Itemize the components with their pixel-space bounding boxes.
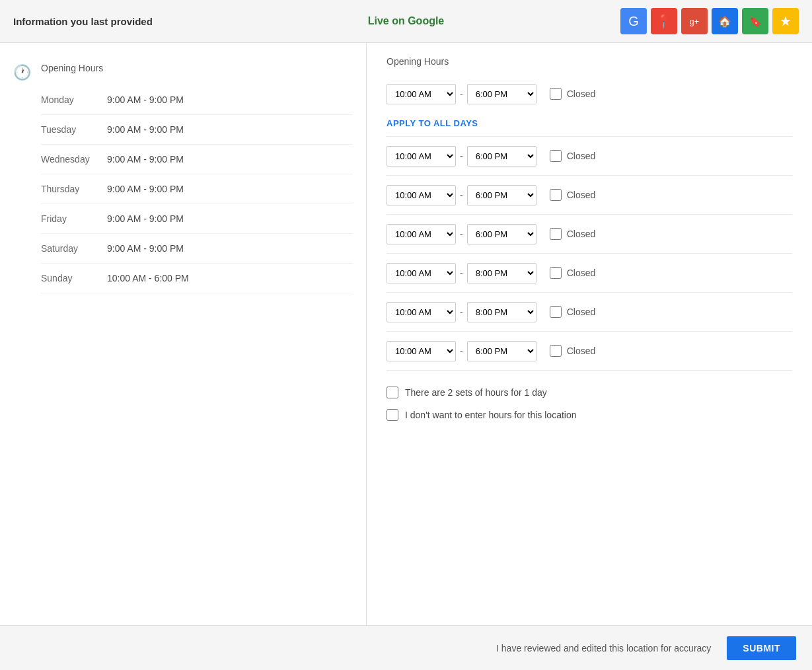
extra-checkbox-no-hours[interactable] bbox=[387, 409, 398, 421]
closed-checkbox-tuesday[interactable] bbox=[550, 150, 562, 162]
apply-to-all-button[interactable]: APPLY TO ALL DAYS bbox=[387, 116, 478, 131]
extra-label-two-sets: There are 2 sets of hours for 1 day bbox=[405, 387, 547, 398]
bookmark-icon[interactable]: 🔖 bbox=[742, 8, 768, 34]
closed-label: Closed bbox=[567, 89, 596, 99]
closed-checkbox-saturday[interactable] bbox=[550, 306, 562, 318]
right-day-row: 12:00 AM12:30 AM1:00 AM1:30 AM2:00 AM2:3… bbox=[387, 75, 792, 113]
header-left-label: Information you last provided bbox=[13, 16, 275, 27]
closed-label: Closed bbox=[567, 346, 596, 356]
right-day-section: 12:00 AM12:30 AM1:00 AM1:30 AM2:00 AM2:3… bbox=[387, 176, 792, 215]
right-panel: Opening Hours 12:00 AM12:30 AM1:00 AM1:3… bbox=[367, 43, 812, 625]
left-day-row: Wednesday 9:00 AM - 9:00 PM bbox=[41, 145, 353, 174]
close-time-friday[interactable]: 12:00 AM12:30 AM1:00 AM1:30 AM2:00 AM2:3… bbox=[467, 263, 536, 283]
close-time-tuesday[interactable]: 12:00 AM12:30 AM1:00 AM1:30 AM2:00 AM2:3… bbox=[467, 146, 536, 167]
open-time-saturday[interactable]: 12:00 AM12:30 AM1:00 AM1:30 AM2:00 AM2:3… bbox=[387, 302, 456, 322]
closed-label: Closed bbox=[567, 151, 596, 161]
time-dash: - bbox=[460, 190, 463, 200]
day-name: Thursday bbox=[41, 184, 107, 194]
time-dash: - bbox=[460, 268, 463, 278]
google-icon[interactable]: G bbox=[620, 8, 647, 34]
open-time-sunday[interactable]: 12:00 AM12:30 AM1:00 AM1:30 AM2:00 AM2:3… bbox=[387, 341, 456, 361]
right-day-section: 12:00 AM12:30 AM1:00 AM1:30 AM2:00 AM2:3… bbox=[387, 75, 792, 137]
right-rows: 12:00 AM12:30 AM1:00 AM1:30 AM2:00 AM2:3… bbox=[387, 75, 792, 371]
right-day-section: 12:00 AM12:30 AM1:00 AM1:30 AM2:00 AM2:3… bbox=[387, 332, 792, 371]
day-hours: 9:00 AM - 9:00 PM bbox=[107, 154, 184, 165]
time-select-group: 12:00 AM12:30 AM1:00 AM1:30 AM2:00 AM2:3… bbox=[387, 302, 536, 322]
extra-label-no-hours: I don't want to enter hours for this loc… bbox=[405, 410, 577, 420]
hours-table-left: Monday 9:00 AM - 9:00 PM Tuesday 9:00 AM… bbox=[41, 85, 353, 293]
time-select-group: 12:00 AM12:30 AM1:00 AM1:30 AM2:00 AM2:3… bbox=[387, 84, 536, 104]
closed-checkbox-sunday[interactable] bbox=[550, 345, 562, 357]
left-day-row: Monday 9:00 AM - 9:00 PM bbox=[41, 85, 353, 115]
right-day-section: 12:00 AM12:30 AM1:00 AM1:30 AM2:00 AM2:3… bbox=[387, 254, 792, 293]
right-day-row: 12:00 AM12:30 AM1:00 AM1:30 AM2:00 AM2:3… bbox=[387, 176, 792, 214]
open-time-tuesday[interactable]: 12:00 AM12:30 AM1:00 AM1:30 AM2:00 AM2:3… bbox=[387, 146, 456, 167]
right-day-section: 12:00 AM12:30 AM1:00 AM1:30 AM2:00 AM2:3… bbox=[387, 215, 792, 254]
open-time-wednesday[interactable]: 12:00 AM12:30 AM1:00 AM1:30 AM2:00 AM2:3… bbox=[387, 185, 456, 205]
open-time-friday[interactable]: 12:00 AM12:30 AM1:00 AM1:30 AM2:00 AM2:3… bbox=[387, 263, 456, 283]
right-day-row: 12:00 AM12:30 AM1:00 AM1:30 AM2:00 AM2:3… bbox=[387, 137, 792, 175]
left-day-row: Friday 9:00 AM - 9:00 PM bbox=[41, 204, 353, 234]
header: Information you last provided Live on Go… bbox=[0, 0, 812, 43]
main-content: 🕐 Opening Hours Monday 9:00 AM - 9:00 PM… bbox=[0, 43, 812, 625]
maps-icon[interactable]: 📍 bbox=[651, 8, 677, 34]
closed-label: Closed bbox=[567, 190, 596, 200]
closed-label: Closed bbox=[567, 307, 596, 317]
right-day-row: 12:00 AM12:30 AM1:00 AM1:30 AM2:00 AM2:3… bbox=[387, 215, 792, 253]
time-select-group: 12:00 AM12:30 AM1:00 AM1:30 AM2:00 AM2:3… bbox=[387, 263, 536, 283]
close-time-sunday[interactable]: 12:00 AM12:30 AM1:00 AM1:30 AM2:00 AM2:3… bbox=[467, 341, 536, 361]
open-time-thursday[interactable]: 12:00 AM12:30 AM1:00 AM1:30 AM2:00 AM2:3… bbox=[387, 224, 456, 244]
closed-group: Closed bbox=[550, 88, 596, 100]
closed-group: Closed bbox=[550, 189, 596, 201]
day-hours: 9:00 AM - 9:00 PM bbox=[107, 213, 184, 224]
time-dash: - bbox=[460, 346, 463, 356]
apply-row: APPLY TO ALL DAYS bbox=[387, 113, 792, 136]
closed-checkbox-friday[interactable] bbox=[550, 267, 562, 279]
gplus-icon[interactable]: g+ bbox=[681, 8, 708, 34]
time-select-group: 12:00 AM12:30 AM1:00 AM1:30 AM2:00 AM2:3… bbox=[387, 185, 536, 205]
day-name: Wednesday bbox=[41, 154, 107, 165]
day-name: Saturday bbox=[41, 243, 107, 254]
day-hours: 9:00 AM - 9:00 PM bbox=[107, 184, 184, 194]
time-dash: - bbox=[460, 89, 463, 99]
submit-button[interactable]: SUBMIT bbox=[727, 636, 796, 660]
left-day-row: Thursday 9:00 AM - 9:00 PM bbox=[41, 174, 353, 204]
places-icon[interactable]: 🏠 bbox=[712, 8, 738, 34]
left-header: 🕐 Opening Hours Monday 9:00 AM - 9:00 PM… bbox=[13, 63, 353, 293]
closed-label: Closed bbox=[567, 229, 596, 239]
time-select-group: 12:00 AM12:30 AM1:00 AM1:30 AM2:00 AM2:3… bbox=[387, 146, 536, 167]
header-icons: G 📍 g+ 🏠 🔖 ★ bbox=[537, 8, 799, 34]
time-select-group: 12:00 AM12:30 AM1:00 AM1:30 AM2:00 AM2:3… bbox=[387, 224, 536, 244]
right-day-section: 12:00 AM12:30 AM1:00 AM1:30 AM2:00 AM2:3… bbox=[387, 137, 792, 176]
closed-group: Closed bbox=[550, 306, 596, 318]
closed-checkbox-monday[interactable] bbox=[550, 88, 562, 100]
star-icon[interactable]: ★ bbox=[772, 8, 799, 34]
right-day-row: 12:00 AM12:30 AM1:00 AM1:30 AM2:00 AM2:3… bbox=[387, 332, 792, 370]
closed-group: Closed bbox=[550, 267, 596, 279]
extra-option-two-sets: There are 2 sets of hours for 1 day bbox=[387, 387, 792, 398]
close-time-thursday[interactable]: 12:00 AM12:30 AM1:00 AM1:30 AM2:00 AM2:3… bbox=[467, 224, 536, 244]
day-hours: 9:00 AM - 9:00 PM bbox=[107, 94, 184, 105]
left-section-title: Opening Hours bbox=[41, 63, 353, 73]
left-day-row: Sunday 10:00 AM - 6:00 PM bbox=[41, 264, 353, 293]
day-name: Tuesday bbox=[41, 124, 107, 135]
right-day-row: 12:00 AM12:30 AM1:00 AM1:30 AM2:00 AM2:3… bbox=[387, 293, 792, 331]
close-time-wednesday[interactable]: 12:00 AM12:30 AM1:00 AM1:30 AM2:00 AM2:3… bbox=[467, 185, 536, 205]
closed-group: Closed bbox=[550, 228, 596, 240]
time-select-group: 12:00 AM12:30 AM1:00 AM1:30 AM2:00 AM2:3… bbox=[387, 341, 536, 361]
open-time-monday[interactable]: 12:00 AM12:30 AM1:00 AM1:30 AM2:00 AM2:3… bbox=[387, 84, 456, 104]
day-hours: 10:00 AM - 6:00 PM bbox=[107, 273, 189, 283]
day-name: Sunday bbox=[41, 273, 107, 283]
review-text: I have reviewed and edited this location… bbox=[496, 643, 711, 653]
extra-checkbox-two-sets[interactable] bbox=[387, 387, 398, 398]
closed-checkbox-wednesday[interactable] bbox=[550, 189, 562, 201]
closed-label: Closed bbox=[567, 268, 596, 278]
right-day-section: 12:00 AM12:30 AM1:00 AM1:30 AM2:00 AM2:3… bbox=[387, 293, 792, 332]
extra-options: There are 2 sets of hours for 1 dayI don… bbox=[387, 387, 792, 421]
time-dash: - bbox=[460, 229, 463, 239]
closed-checkbox-thursday[interactable] bbox=[550, 228, 562, 240]
day-hours: 9:00 AM - 9:00 PM bbox=[107, 243, 184, 254]
time-dash: - bbox=[460, 151, 463, 161]
close-time-saturday[interactable]: 12:00 AM12:30 AM1:00 AM1:30 AM2:00 AM2:3… bbox=[467, 302, 536, 322]
close-time-monday[interactable]: 12:00 AM12:30 AM1:00 AM1:30 AM2:00 AM2:3… bbox=[467, 84, 536, 104]
